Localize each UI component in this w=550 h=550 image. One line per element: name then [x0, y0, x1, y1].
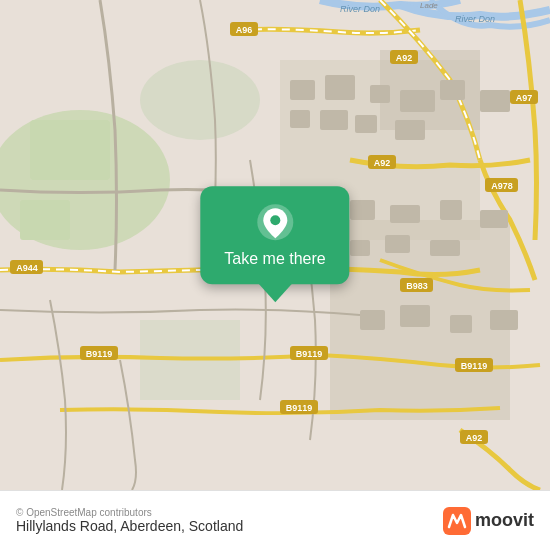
moovit-logo: moovit	[443, 507, 534, 535]
svg-text:B9119: B9119	[461, 361, 488, 371]
svg-text:A92: A92	[374, 158, 391, 168]
svg-rect-21	[440, 200, 462, 220]
svg-text:A92: A92	[396, 53, 413, 63]
moovit-text: moovit	[475, 510, 534, 531]
svg-rect-27	[400, 305, 430, 327]
svg-rect-10	[325, 75, 355, 100]
svg-text:River Don: River Don	[455, 14, 495, 24]
svg-rect-19	[350, 200, 375, 220]
svg-text:B9119: B9119	[286, 403, 313, 413]
svg-rect-16	[395, 120, 425, 140]
svg-rect-28	[450, 315, 472, 333]
svg-rect-3	[20, 200, 70, 240]
svg-text:A978: A978	[491, 181, 513, 191]
svg-text:B983: B983	[406, 281, 428, 291]
svg-rect-15	[355, 115, 377, 133]
popup-bubble[interactable]: Take me there	[200, 186, 349, 284]
take-me-there-button[interactable]: Take me there	[224, 250, 325, 268]
svg-rect-13	[290, 110, 310, 128]
svg-rect-17	[440, 80, 465, 100]
map-container: A96 A92 A97 A92 A978 A944 A944 B983 B911…	[0, 0, 550, 490]
svg-text:A97: A97	[516, 93, 533, 103]
svg-rect-23	[350, 240, 370, 256]
svg-rect-18	[480, 90, 510, 112]
svg-rect-26	[360, 310, 385, 330]
bottom-info: © OpenStreetMap contributors Hillylands …	[16, 507, 243, 534]
svg-rect-9	[290, 80, 315, 100]
svg-rect-2	[30, 120, 110, 180]
svg-rect-12	[400, 90, 435, 112]
map-popup[interactable]: Take me there	[200, 186, 349, 284]
svg-point-4	[140, 60, 260, 140]
svg-point-62	[270, 215, 280, 225]
svg-text:B9119: B9119	[86, 349, 113, 359]
copyright-text: © OpenStreetMap contributors	[16, 507, 243, 518]
svg-text:Lade: Lade	[420, 1, 438, 10]
location-text: Hillylands Road, Aberdeen, Scotland	[16, 518, 243, 534]
svg-rect-29	[490, 310, 518, 330]
svg-rect-24	[385, 235, 410, 253]
svg-rect-22	[480, 210, 508, 228]
svg-rect-14	[320, 110, 348, 130]
location-pin-icon	[255, 202, 295, 242]
svg-text:River Don: River Don	[340, 4, 380, 14]
svg-rect-20	[390, 205, 420, 223]
moovit-icon	[443, 507, 471, 535]
svg-text:A944: A944	[16, 263, 38, 273]
svg-text:B9119: B9119	[296, 349, 323, 359]
bottom-bar: © OpenStreetMap contributors Hillylands …	[0, 490, 550, 550]
svg-text:A96: A96	[236, 25, 253, 35]
svg-rect-11	[370, 85, 390, 103]
svg-text:A92: A92	[466, 433, 483, 443]
svg-rect-25	[430, 240, 460, 256]
